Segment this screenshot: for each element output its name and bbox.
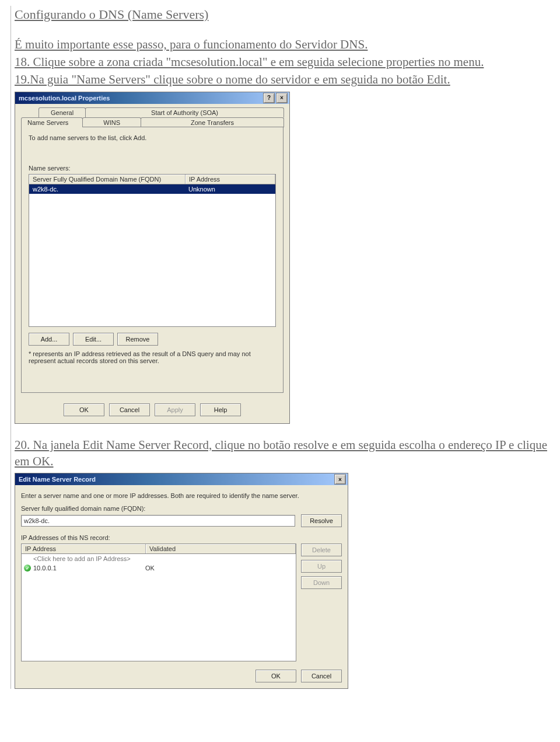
help-button[interactable]: ? <box>263 93 275 103</box>
remove-button[interactable]: Remove <box>117 333 158 346</box>
add-button[interactable]: Add... <box>29 333 69 346</box>
col-ip[interactable]: IP Address <box>186 175 275 184</box>
col-ip[interactable]: IP Address <box>22 544 146 553</box>
delete-button: Delete <box>301 544 342 556</box>
close-button[interactable]: × <box>276 93 288 103</box>
ip-list-label: IP Addresses of this NS record: <box>21 534 342 541</box>
tab-wins[interactable]: WINS <box>82 117 141 127</box>
doc-p2: 18. Clique sobre a zona criada "mcsesolu… <box>15 55 484 69</box>
edit-ns-title: Edit Name Server Record <box>19 476 96 483</box>
ip-row[interactable]: ✓ 10.0.0.1 OK <box>22 563 296 573</box>
fqdn-label: Server fully qualified domain name (FQDN… <box>21 505 342 512</box>
name-servers-label: Name servers: <box>29 165 276 172</box>
ip-validated: OK <box>145 565 296 572</box>
row-ip: Unknown <box>185 184 275 194</box>
tab-general[interactable]: General <box>38 107 86 117</box>
doc-p4: 20. Na janela Edit Name Server Record, c… <box>15 438 547 468</box>
properties-title: mcsesolution.local Properties <box>19 95 110 102</box>
tab-zone-transfers[interactable]: Zone Transfers <box>141 117 284 127</box>
col-fqdn[interactable]: Server Fully Qualified Domain Name (FQDN… <box>29 175 186 184</box>
list-header: Server Fully Qualified Domain Name (FQDN… <box>29 175 275 184</box>
properties-dialog: mcsesolution.local Properties ? × Genera… <box>15 92 290 424</box>
cancel-button[interactable]: Cancel <box>109 403 150 416</box>
tab-name-servers[interactable]: Name Servers <box>21 117 83 127</box>
close-button[interactable]: × <box>334 474 346 485</box>
instructions: Enter a server name and one or more IP a… <box>21 492 342 499</box>
doc-p3: 19.Na guia "Name Servers" clique sobre o… <box>15 72 450 86</box>
fqdn-input[interactable] <box>21 515 295 527</box>
name-server-row[interactable]: w2k8-dc. Unknown <box>29 184 275 194</box>
row-fqdn: w2k8-dc. <box>29 184 185 194</box>
edit-button[interactable]: Edit... <box>73 333 114 346</box>
cancel-button[interactable]: Cancel <box>301 670 342 682</box>
edit-ns-titlebar[interactable]: Edit Name Server Record × <box>15 473 348 485</box>
name-servers-list[interactable]: Server Fully Qualified Domain Name (FQDN… <box>29 174 276 327</box>
helpdlg-button[interactable]: Help <box>200 403 241 416</box>
down-button: Down <box>301 576 342 589</box>
apply-button: Apply <box>155 403 195 416</box>
doc-title: Configurando o DNS (Name Servers) <box>15 7 208 22</box>
col-validated[interactable]: Validated <box>146 544 296 553</box>
tab-soa[interactable]: Start of Authority (SOA) <box>85 107 284 117</box>
properties-titlebar[interactable]: mcsesolution.local Properties ? × <box>15 92 289 104</box>
add-hint: To add name servers to the list, click A… <box>29 134 276 141</box>
ok-button[interactable]: OK <box>64 403 104 416</box>
up-button: Up <box>301 560 342 573</box>
edit-ns-record-dialog: Edit Name Server Record × Enter a server… <box>15 473 348 689</box>
name-servers-panel: To add name servers to the list, click A… <box>21 127 284 393</box>
add-ip-hint-row[interactable]: <Click here to add an IP Address> <box>22 554 296 563</box>
resolve-button[interactable]: Resolve <box>301 514 342 527</box>
check-ok-icon: ✓ <box>24 565 31 572</box>
doc-p1: É muito importante esse passo, para o fu… <box>15 37 368 51</box>
ip-list-header: IP Address Validated <box>22 544 296 554</box>
ip-address-list[interactable]: IP Address Validated <Click here to add … <box>21 544 296 661</box>
footnote: * represents an IP address retrieved as … <box>29 350 274 364</box>
ip-value: 10.0.0.1 <box>33 565 145 572</box>
ok-button[interactable]: OK <box>256 670 296 682</box>
